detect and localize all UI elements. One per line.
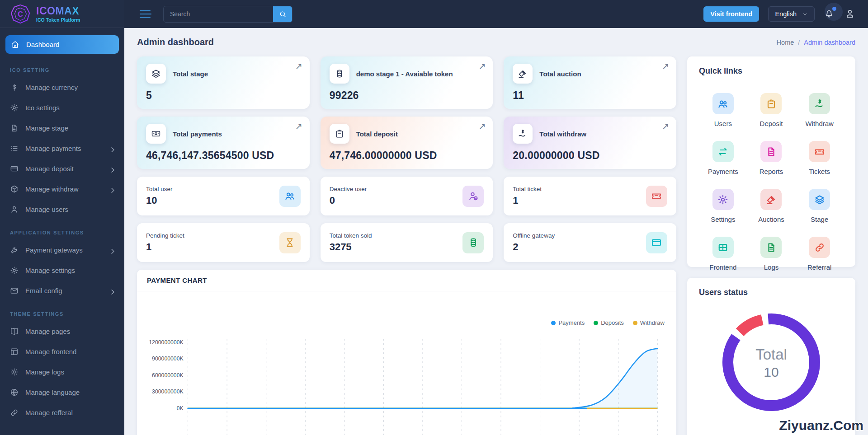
svg-text:10: 10 <box>764 365 778 379</box>
brand-name: ICOMAX <box>36 5 80 17</box>
quick-link-tickets[interactable]: Tickets <box>795 141 844 175</box>
legend-dot <box>594 321 598 325</box>
hamburger-menu-icon[interactable] <box>140 10 151 18</box>
stat-card-title: demo stage 1 - Avaiable token <box>356 70 453 78</box>
stat-card-pending-ticket: Pending ticket1 <box>137 223 310 262</box>
quick-link-auctions[interactable]: Auctions <box>747 189 796 223</box>
sidebar: C ICOMAX ICO Token Platform DashboardICO… <box>0 0 124 435</box>
stat-card-title: Total withdraw <box>539 130 586 138</box>
sidebar-item-dashboard[interactable]: Dashboard <box>5 35 119 54</box>
language-dropdown[interactable]: English <box>768 6 815 22</box>
stat-card-title: Total ticket <box>513 186 542 192</box>
quick-link-deposit[interactable]: Deposit <box>747 93 796 127</box>
quick-link-settings[interactable]: Settings <box>699 189 747 223</box>
sidebar-item-payment-gateways[interactable]: Payment gateways <box>0 240 124 260</box>
stat-card-title: Total user <box>146 186 173 192</box>
mail-icon <box>10 286 19 295</box>
profile-button[interactable] <box>844 8 856 20</box>
sidebar-item-manage-pages[interactable]: Manage pages <box>0 322 124 341</box>
sidebar-item-manage-deposit[interactable]: Manage deposit <box>0 159 124 178</box>
arrow-up-right-icon[interactable]: ↗ <box>295 121 302 131</box>
watermark: Ziyuanz.Com <box>779 418 863 433</box>
stat-card-total-deposit: Total deposit↗47,746.00000000 USD <box>321 117 493 169</box>
sidebar-section-heading: ICO SETTING <box>0 57 124 77</box>
sidebar-item-manage-settings[interactable]: Manage settings <box>0 261 124 280</box>
arrow-up-right-icon[interactable]: ↗ <box>295 61 302 71</box>
arrows-lr-icon-tile <box>712 141 734 162</box>
legend-dot <box>551 321 556 325</box>
quick-link-label: Frontend <box>699 263 747 271</box>
legend-item-withdraw[interactable]: Withdraw <box>633 319 665 326</box>
quick-link-referral[interactable]: Referral <box>795 237 844 271</box>
quick-link-frontend[interactable]: Frontend <box>699 237 747 271</box>
sidebar-item-manage-refferal[interactable]: Manage refferal <box>0 403 124 422</box>
link-icon-tile <box>809 237 830 258</box>
visit-frontend-button[interactable]: Visit frontend <box>703 6 759 22</box>
file-icon <box>10 124 19 132</box>
stat-card-deactive-user: Deactive user0 <box>321 177 493 215</box>
stat-card-title: Total payments <box>173 130 222 138</box>
hand-dollar-icon-tile <box>809 93 830 114</box>
sidebar-item-manage-users[interactable]: Manage users <box>0 200 124 219</box>
legend-item-deposits[interactable]: Deposits <box>594 319 624 326</box>
quick-link-label: Logs <box>747 263 796 271</box>
sidebar-item-manage-stage[interactable]: Manage stage <box>0 118 124 138</box>
stat-card-value: 5 <box>146 89 301 102</box>
users-status-panel: Users status Total10 <box>687 278 855 435</box>
sidebar-item-manage-frontend[interactable]: Manage frontend <box>0 342 124 361</box>
sidebar-item-manage-currency[interactable]: Manage currency <box>0 78 124 97</box>
sidebar-item-ico-settings[interactable]: Ico settings <box>0 98 124 117</box>
layers-icon-tile <box>809 189 830 210</box>
hourglass-icon <box>284 237 295 248</box>
sidebar-item-manage-language[interactable]: Manage language <box>0 383 124 402</box>
sidebar-item-manage-logs[interactable]: Manage logs <box>0 362 124 382</box>
svg-text:0K: 0K <box>177 405 184 412</box>
sidebar-item-manage-payments[interactable]: Manage payments <box>0 139 124 158</box>
quick-link-withdraw[interactable]: Withdraw <box>795 93 844 127</box>
coins-icon <box>335 69 344 79</box>
quick-links-panel: Quick links UsersDepositWithdrawPayments… <box>687 56 855 267</box>
arrow-up-right-icon[interactable]: ↗ <box>662 61 669 71</box>
arrow-up-right-icon[interactable]: ↗ <box>662 121 669 131</box>
sidebar-item-label: Manage users <box>25 206 68 213</box>
quick-link-logs[interactable]: Logs <box>747 237 796 271</box>
stat-card-total-stage: Total stage↗5 <box>137 56 310 109</box>
ticket-icon-tile <box>809 141 830 162</box>
deposit-box-icon-tile <box>330 124 349 144</box>
sidebar-item-label: Manage currency <box>25 84 78 91</box>
sidebar-item-label: Manage stage <box>25 124 68 132</box>
svg-text:600000000K: 600000000K <box>152 372 184 379</box>
legend-item-payments[interactable]: Payments <box>551 319 585 326</box>
legend-label: Deposits <box>601 319 624 326</box>
stat-card-value: 1 <box>513 195 542 206</box>
sidebar-item-manage-withdraw[interactable]: Manage withdraw <box>0 179 124 199</box>
quick-link-payments[interactable]: Payments <box>699 141 747 175</box>
quick-link-label: Referral <box>795 263 844 271</box>
file-icon-tile <box>760 237 782 258</box>
sidebar-item-label: Manage language <box>25 388 80 396</box>
deposit-box-icon <box>766 98 777 109</box>
quick-link-reports[interactable]: Reports <box>747 141 796 175</box>
quick-link-stage[interactable]: Stage <box>795 189 844 223</box>
legend-label: Withdraw <box>640 319 665 326</box>
quick-link-label: Withdraw <box>795 120 844 127</box>
quick-links-title: Quick links <box>699 66 844 76</box>
arrow-up-right-icon[interactable]: ↗ <box>478 121 486 131</box>
search-button[interactable] <box>273 6 292 22</box>
credit-card-icon-badge <box>646 232 667 253</box>
quick-link-label: Reports <box>747 168 796 175</box>
sidebar-item-email-config[interactable]: Email config <box>0 281 124 300</box>
stat-card-title: Total token sold <box>330 232 372 239</box>
language-selected: English <box>775 10 797 18</box>
breadcrumb-home-link[interactable]: Home <box>777 39 794 46</box>
hand-dollar-icon <box>814 98 825 109</box>
users-icon-tile <box>712 93 734 114</box>
stat-card-value: 1 <box>146 241 184 253</box>
notifications-button[interactable] <box>824 8 835 20</box>
quick-link-users[interactable]: Users <box>699 93 747 127</box>
arrow-up-right-icon[interactable]: ↗ <box>478 61 486 71</box>
search-input[interactable] <box>164 6 273 22</box>
stat-card-title: Total stage <box>173 70 208 78</box>
gear-icon <box>10 266 19 275</box>
svg-text:300000000K: 300000000K <box>152 388 184 395</box>
